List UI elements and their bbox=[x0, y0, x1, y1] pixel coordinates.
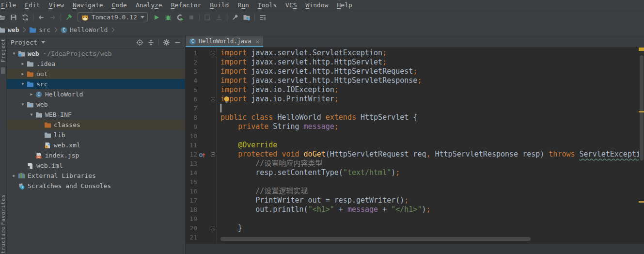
menu-tools[interactable]: Tools bbox=[253, 0, 281, 11]
vertical-scrollbar[interactable] bbox=[640, 55, 644, 160]
collapse-arrow-icon[interactable]: ▼ bbox=[11, 51, 17, 56]
horizontal-scrollbar[interactable] bbox=[220, 237, 531, 241]
collapse-all-icon[interactable] bbox=[147, 39, 155, 46]
tool-window-button-favorites[interactable]: Favorites bbox=[0, 194, 6, 225]
navigation-bar: websrcCHelloWorld bbox=[0, 24, 644, 36]
expand-arrow-icon[interactable]: ▶ bbox=[11, 174, 17, 178]
line-number: 4 bbox=[186, 76, 197, 85]
tree-item-src[interactable]: ▼src bbox=[7, 79, 185, 89]
menu-window[interactable]: Window bbox=[301, 0, 333, 11]
tree-item-index-jsp[interactable]: JSPindex.jsp bbox=[7, 150, 185, 160]
tab-helloworld-java[interactable]: C HelloWorld.java × bbox=[186, 36, 263, 47]
fold-marker-icon[interactable]: − bbox=[211, 97, 215, 101]
tool-window-button-project[interactable]: Project bbox=[0, 38, 6, 62]
toolbar-separator bbox=[254, 14, 255, 21]
toolbar-separator bbox=[61, 14, 61, 21]
fold-marker-icon[interactable]: − bbox=[211, 51, 215, 55]
code-line-4[interactable]: import javax.servlet.http.HttpServletRes… bbox=[220, 76, 639, 85]
tree-item-web-iml[interactable]: web.iml bbox=[7, 160, 185, 171]
run-configuration-value: Tomcat9.0.12 bbox=[92, 14, 137, 21]
expand-arrow-icon[interactable]: ▶ bbox=[19, 62, 26, 66]
code-line-10[interactable] bbox=[220, 131, 639, 141]
hide-icon[interactable] bbox=[174, 39, 181, 46]
run-coverage-icon[interactable] bbox=[174, 12, 186, 23]
settings-gear-icon[interactable] bbox=[163, 39, 170, 46]
open-icon[interactable] bbox=[0, 12, 8, 23]
back-icon[interactable] bbox=[35, 12, 47, 23]
code-line-2[interactable]: import javax.servlet.http.HttpServlet; bbox=[220, 58, 639, 67]
tree-item-scratches-and-consoles[interactable]: Scratches and Consoles bbox=[7, 181, 185, 191]
debug-icon[interactable] bbox=[162, 12, 174, 23]
run-configuration-select[interactable]: Tomcat9.0.12 bbox=[78, 12, 148, 22]
override-method-icon[interactable] bbox=[198, 151, 205, 158]
expand-arrow-icon[interactable]: ▶ bbox=[19, 72, 26, 76]
tree-item-helloworld[interactable]: ▶CHelloWorld bbox=[7, 89, 185, 99]
intention-bulb-icon[interactable] bbox=[223, 96, 230, 104]
tree-item--idea[interactable]: ▶.idea bbox=[7, 59, 185, 69]
fold-marker-icon[interactable]: − bbox=[211, 226, 215, 230]
code-line-11[interactable]: @Override bbox=[220, 141, 639, 150]
expand-arrow-icon[interactable]: ▶ bbox=[28, 92, 35, 96]
settings-wrench-icon[interactable] bbox=[229, 12, 241, 23]
menu-run[interactable]: Run bbox=[233, 0, 253, 11]
code-line-18[interactable]: out.println("<h1>" + message + "</h1>"); bbox=[220, 205, 639, 214]
editor-gutter[interactable]: 1−23456−789101112−1314151617181920−21 bbox=[186, 48, 217, 242]
project-panel-title[interactable]: Project bbox=[11, 39, 37, 46]
tomcat-icon bbox=[81, 14, 89, 21]
locate-icon[interactable] bbox=[136, 39, 143, 46]
tree-item-web-inf[interactable]: ▼WEB-INF bbox=[7, 110, 185, 120]
code-line-1[interactable]: import javax.servlet.ServletException; bbox=[220, 48, 639, 58]
fold-marker-icon[interactable]: − bbox=[211, 152, 215, 157]
menu-analyze[interactable]: Analyze bbox=[131, 0, 167, 11]
collapse-arrow-icon[interactable]: ▼ bbox=[19, 82, 26, 86]
menu-view[interactable]: View bbox=[45, 0, 68, 11]
menu-code[interactable]: Code bbox=[108, 0, 131, 11]
code-editor[interactable]: 1−23456−789101112−1314151617181920−21 im… bbox=[186, 48, 644, 254]
tree-item-external-libraries[interactable]: ▶External Libraries bbox=[7, 171, 185, 181]
code-line-14[interactable]: resp.setContentType("text/html"); bbox=[220, 168, 639, 177]
code-line-7[interactable] bbox=[220, 104, 639, 113]
breadcrumb-helloworld[interactable]: CHelloWorld bbox=[60, 26, 109, 33]
menu-refactor[interactable]: Refactor bbox=[167, 0, 206, 11]
code-line-19[interactable] bbox=[220, 214, 639, 223]
code-line-8[interactable]: public class HelloWorld extends HttpServ… bbox=[220, 113, 639, 122]
close-icon[interactable]: × bbox=[255, 38, 259, 45]
menu-build[interactable]: Build bbox=[205, 0, 233, 11]
run-icon[interactable] bbox=[151, 12, 162, 23]
code-line-15[interactable] bbox=[220, 177, 639, 187]
project-structure-icon[interactable] bbox=[241, 12, 252, 23]
code-line-3[interactable]: import javax.servlet.http.HttpServletReq… bbox=[220, 67, 639, 76]
menu-help[interactable]: Help bbox=[333, 0, 357, 11]
code-lines[interactable]: import javax.servlet.ServletException;im… bbox=[220, 48, 639, 242]
sync-icon[interactable] bbox=[19, 12, 31, 23]
breadcrumb-src[interactable]: src bbox=[28, 26, 51, 33]
tree-item-classes[interactable]: classes bbox=[7, 120, 185, 130]
inspection-indicator[interactable] bbox=[639, 48, 644, 51]
menu-file[interactable]: File bbox=[0, 0, 20, 11]
build-hammer-icon[interactable] bbox=[63, 12, 75, 23]
collapse-arrow-icon[interactable]: ▼ bbox=[28, 112, 35, 117]
tree-item-web[interactable]: ▼web bbox=[7, 99, 185, 110]
chevron-down-icon[interactable] bbox=[41, 41, 45, 44]
menu-navigate[interactable]: Navigate bbox=[68, 0, 108, 11]
tree-item-out[interactable]: ▶out bbox=[7, 69, 185, 79]
code-line-12[interactable]: protected void doGet(HttpServletRequest … bbox=[220, 150, 639, 159]
tree-item-web-xml[interactable]: web.xml bbox=[7, 140, 185, 150]
tool-window-button-structure[interactable]: Structure bbox=[0, 226, 6, 254]
tree-item-web[interactable]: ▼web~/IdeaProjects/web bbox=[7, 48, 185, 59]
breadcrumb-chevron-icon bbox=[53, 28, 58, 32]
menu-vcs[interactable]: VCS bbox=[281, 0, 301, 11]
code-line-6[interactable]: import java.io.PrintWriter; bbox=[220, 95, 639, 104]
tree-item-lib[interactable]: lib bbox=[7, 130, 185, 140]
save-icon[interactable] bbox=[8, 12, 19, 23]
code-line-20[interactable]: } bbox=[220, 223, 639, 233]
code-line-16[interactable]: //设置逻辑实现 bbox=[220, 187, 639, 196]
code-line-13[interactable]: //设置响应内容类型 bbox=[220, 159, 639, 168]
collapse-arrow-icon[interactable]: ▼ bbox=[19, 102, 26, 107]
restore-layout-icon[interactable] bbox=[257, 12, 268, 23]
breadcrumb-web[interactable]: web bbox=[0, 26, 20, 33]
code-line-17[interactable]: PrintWriter out = resp.getWriter(); bbox=[220, 196, 639, 205]
menu-edit[interactable]: Edit bbox=[20, 0, 44, 11]
code-line-5[interactable]: import java.io.IOException; bbox=[220, 85, 639, 95]
code-line-9[interactable]: private String message; bbox=[220, 122, 639, 131]
